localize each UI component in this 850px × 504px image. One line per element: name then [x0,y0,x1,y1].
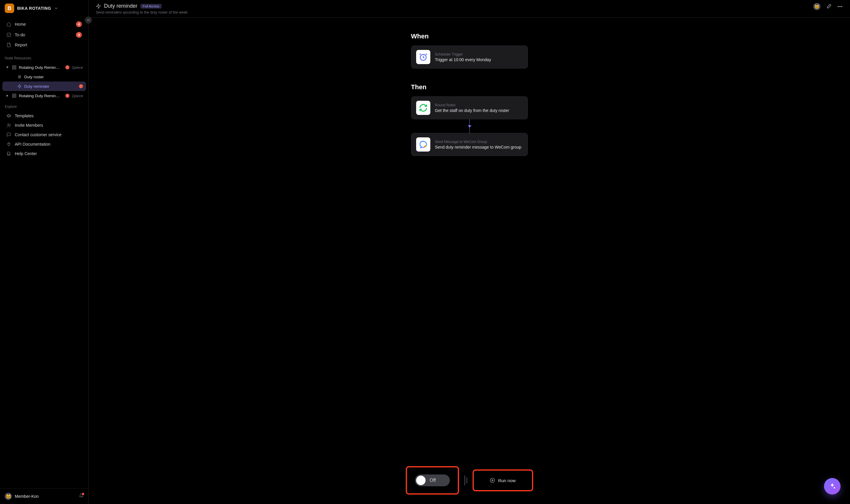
nav-report-label: Report [15,42,27,47]
chevron-right-icon [5,94,10,98]
node-desc: Get the staff on duty from the duty rost… [435,108,509,113]
trigger-node[interactable]: Scheduler Trigger Trigger at 10:00 every… [411,46,528,69]
tree-item-duty-roster[interactable]: Duty roster [2,72,86,82]
plug-icon [6,142,11,146]
svg-rect-4 [13,66,14,67]
nav-todo-badge: 4 [76,32,82,38]
bolt-icon [96,3,101,9]
hash-icon [17,74,22,79]
then-heading: Then [411,83,528,91]
sparkle-plus-icon [829,483,836,490]
chevron-down-icon [5,65,10,69]
notification-dot [82,493,84,495]
home-icon [6,22,11,26]
svg-point-26 [842,6,842,7]
topbar: Duty reminder Full Access Send reminders… [89,0,850,18]
separator [466,478,467,483]
tree-folder-rotating-2[interactable]: Rotating Duty Remin… ! 2piece [2,91,86,101]
nav-label: Contact customer service [15,132,61,137]
nav-contact-support[interactable]: Contact customer service [2,130,86,140]
check-square-icon [6,33,11,37]
toggle-knob [416,475,426,485]
play-circle-icon [490,478,495,483]
tree-meta: 2piece [72,94,83,98]
svg-rect-14 [13,94,14,95]
refresh-icon [416,101,430,115]
svg-rect-6 [13,68,14,69]
nav-report[interactable]: Report [2,40,86,50]
toggle-highlight: Off [406,466,459,494]
automation-toggle[interactable]: Off [415,474,450,486]
node-type: Scheduler Trigger [435,52,491,56]
chat-icon [6,132,11,137]
svg-rect-5 [15,66,16,67]
svg-marker-30 [492,480,494,481]
svg-rect-2 [7,33,11,37]
nav-invite-members[interactable]: Invite Members [2,121,86,130]
svg-point-18 [7,114,10,117]
bolt-icon [17,84,22,89]
nav-label: Templates [15,113,34,118]
round-robin-node[interactable]: Round Robin Get the staff on duty from t… [411,96,528,119]
section-node-resources: Node Resources [0,52,88,62]
fab-add-button[interactable] [824,478,840,494]
separator [464,475,465,485]
alarm-clock-icon [416,50,430,64]
tree-label: Rotating Duty Remin… [19,94,63,98]
page-subtitle: Send reminders according to the duty ros… [96,10,188,15]
tree-meta: 2piece [72,65,83,70]
nav-label: API Documentation [15,142,51,146]
svg-marker-13 [7,95,8,97]
planet-icon [6,113,11,118]
svg-line-11 [20,75,20,78]
svg-point-25 [840,6,840,7]
flow-canvas[interactable]: When Scheduler Trigger Trigger at 10:00 … [89,18,850,504]
user-name: Member-Kon [15,494,76,499]
run-now-label: Run now [498,478,515,483]
nav-home-badge: 4 [76,21,82,27]
svg-marker-3 [6,67,8,68]
svg-point-29 [490,478,495,483]
tree-item-duty-reminder[interactable]: Duty reminder ! [2,82,86,91]
svg-point-20 [8,124,9,125]
member-avatar[interactable]: 🐱 [813,3,820,10]
tree-label: Duty roster [24,75,83,79]
node-type: Round Robin [435,103,509,107]
edit-icon[interactable] [826,3,832,10]
tree-label: Rotating Duty Remin… [19,65,63,70]
book-icon [6,151,11,156]
connector-arrow [469,119,470,133]
main-area: Duty reminder Full Access Send reminders… [89,0,850,504]
nav-todo[interactable]: To-do 4 [2,30,86,40]
nav-todo-label: To-do [15,33,25,37]
run-now-button[interactable]: Run now [485,475,519,485]
wecom-node[interactable]: Send Message to WeCom Group Send duty re… [411,133,528,156]
svg-point-24 [838,6,839,7]
nav-api-docs[interactable]: API Documentation [2,140,86,149]
nav-home[interactable]: Home 4 [2,19,86,30]
svg-rect-17 [15,96,16,97]
access-badge: Full Access [140,4,162,8]
nav-home-label: Home [15,22,26,26]
toggle-state: Off [430,478,436,483]
node-desc: Send duty reminder message to WeCom grou… [435,145,521,149]
svg-rect-7 [15,68,16,69]
user-avatar: 🐱 [5,493,12,500]
section-explore: Explore [0,101,88,111]
warning-icon: ! [79,84,83,88]
nav-help-center[interactable]: Help Center [2,149,86,158]
node-desc: Trigger at 10:00 every Monday [435,57,491,62]
nav-templates[interactable]: Templates [2,111,86,121]
workspace-switcher[interactable]: B BIKA ROTATING [0,0,88,17]
wecom-icon [416,137,430,151]
more-icon[interactable] [837,3,843,10]
notifications-button[interactable] [79,493,84,499]
tree-label: Duty reminder [24,84,76,89]
dashboard-icon [12,93,17,98]
warning-icon: ! [65,94,69,98]
svg-marker-23 [96,4,101,8]
user-footer[interactable]: 🐱 Member-Kon [0,488,88,504]
svg-point-28 [424,145,426,147]
tree-folder-rotating-1[interactable]: Rotating Duty Remin… ! 2piece [2,62,86,72]
when-heading: When [411,33,528,40]
